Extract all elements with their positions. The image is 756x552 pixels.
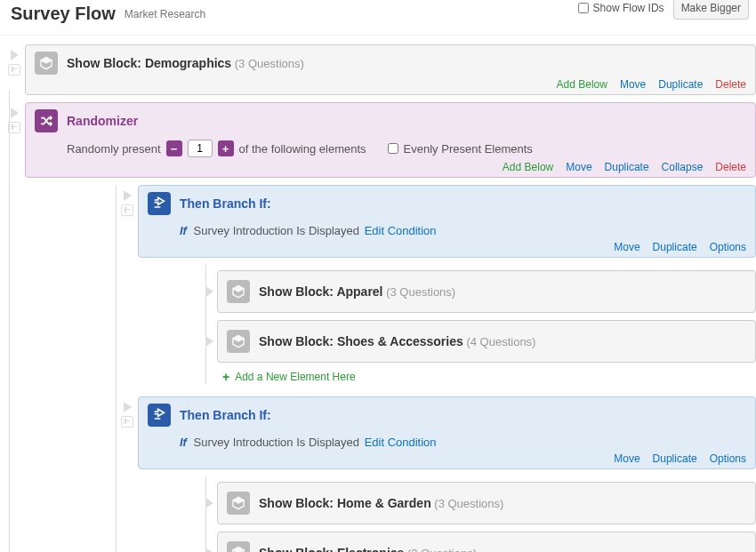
show-flow-ids-label: Show Flow IDs: [593, 2, 664, 14]
add-element-label: Add a New Element Here: [235, 371, 355, 383]
block-card[interactable]: Show Block: Shoes & Accessories (4 Quest…: [217, 320, 756, 363]
move-link[interactable]: Move: [566, 161, 591, 173]
duplicate-link[interactable]: Duplicate: [605, 161, 649, 173]
block-icon: [227, 330, 250, 353]
block-icon: [227, 541, 250, 552]
card-title-wrap: Show Block: Demographics (3 Questions): [67, 56, 304, 70]
branch-icon: [148, 192, 171, 215]
node-handle[interactable]: ⊩: [4, 102, 25, 133]
show-flow-ids-toggle[interactable]: Show Flow IDs: [578, 2, 664, 14]
card-title: Show Block: Apparel: [259, 284, 383, 299]
branch-card[interactable]: Then Branch If: If Survey Introduction I…: [138, 185, 756, 258]
flow-canvas: ⊩ Show Block: Demographics (3 Questions)…: [0, 36, 756, 552]
flow-node-randomizer: ⊩ Randomizer Randomly present − + of the…: [4, 102, 756, 178]
flow-node-branch-1: ⊩ Then Branch If: If Survey Introduction…: [117, 185, 756, 258]
card-footer: Add Below Move Duplicate Delete: [35, 78, 746, 91]
lock-icon: ⊩: [8, 122, 20, 133]
card-title-wrap: Show Block: Electronics (3 Questions): [259, 546, 477, 552]
block-card[interactable]: Show Block: Demographics (3 Questions) A…: [25, 44, 756, 95]
if-label: If: [180, 224, 187, 237]
node-handle[interactable]: ⊩: [117, 185, 138, 216]
flow-node-shoes: Show Block: Shoes & Accessories (4 Quest…: [206, 320, 756, 363]
card-title-wrap: Show Block: Home & Garden (3 Questions): [259, 496, 503, 510]
branch-card[interactable]: Then Branch If: If Survey Introduction I…: [138, 396, 756, 469]
card-head: Show Block: Demographics (3 Questions): [35, 52, 746, 75]
condition-text: Survey Introduction Is Displayed: [194, 224, 359, 237]
card-title: Randomizer: [67, 114, 138, 128]
card-title: Show Block: Electronics: [259, 546, 404, 552]
collapse-link[interactable]: Collapse: [662, 161, 704, 173]
card-meta: (3 Questions): [407, 547, 477, 552]
randomizer-suffix: of the following elements: [239, 142, 366, 156]
increment-button[interactable]: +: [218, 140, 234, 156]
add-element-link[interactable]: + Add a New Element Here: [222, 370, 756, 384]
card-title-wrap: Show Block: Shoes & Accessories (4 Quest…: [259, 334, 535, 348]
shuffle-icon: [35, 109, 58, 132]
duplicate-link[interactable]: Duplicate: [653, 241, 697, 253]
flow-node-electronics: Show Block: Electronics (3 Questions): [206, 532, 756, 552]
randomizer-card[interactable]: Randomizer Randomly present − + of the f…: [25, 102, 756, 178]
randomizer-children: ⊩ Then Branch If: If Survey Introduction…: [116, 185, 756, 552]
page-subtitle: Market Research: [125, 8, 205, 20]
options-link[interactable]: Options: [710, 241, 746, 253]
block-icon: [227, 492, 250, 515]
flow-node-apparel: Show Block: Apparel (3 Questions): [206, 270, 756, 313]
condition-text: Survey Introduction Is Displayed: [194, 436, 359, 449]
decrement-button[interactable]: −: [166, 140, 182, 156]
node-handle[interactable]: ⊩: [4, 44, 25, 76]
drop-arrow-icon: [11, 50, 19, 60]
make-bigger-button[interactable]: Make Bigger: [673, 0, 749, 20]
drop-arrow-icon: [124, 190, 132, 201]
card-title: Then Branch If:: [180, 408, 271, 422]
card-title: Show Block: Shoes & Accessories: [259, 334, 463, 348]
card-footer: Move Duplicate Options: [148, 452, 746, 465]
drop-arrow-icon: [11, 108, 19, 118]
add-below-link[interactable]: Add Below: [503, 161, 553, 173]
move-link[interactable]: Move: [614, 452, 639, 465]
if-label: If: [180, 436, 187, 449]
branch-1-children: Show Block: Apparel (3 Questions) Show B…: [205, 265, 756, 384]
drop-arrow-icon: [205, 548, 213, 552]
move-link[interactable]: Move: [614, 241, 639, 253]
move-link[interactable]: Move: [620, 78, 646, 91]
node-handle[interactable]: ⊩: [117, 396, 138, 428]
flow-node-branch-2: ⊩ Then Branch If: If Survey Introduction…: [117, 396, 756, 469]
flow-node-home-garden: Show Block: Home & Garden (3 Questions): [206, 482, 756, 524]
drop-arrow-icon: [205, 336, 213, 347]
branch-2-children: Show Block: Home & Garden (3 Questions) …: [205, 476, 756, 552]
plus-icon: +: [222, 370, 229, 384]
lock-icon: ⊩: [8, 64, 20, 76]
card-head: Then Branch If:: [148, 404, 746, 427]
flow-node-demographics: ⊩ Show Block: Demographics (3 Questions)…: [4, 44, 756, 95]
duplicate-link[interactable]: Duplicate: [658, 78, 703, 91]
branch-icon: [148, 404, 171, 427]
block-card[interactable]: Show Block: Home & Garden (3 Questions): [217, 482, 756, 524]
card-title: Then Branch If:: [180, 196, 271, 211]
card-title: Show Block: Home & Garden: [259, 496, 431, 510]
randomizer-count-input[interactable]: [188, 140, 213, 157]
block-icon: [35, 52, 58, 75]
drop-arrow-icon: [124, 402, 132, 412]
lock-icon: ⊩: [121, 416, 133, 428]
delete-link[interactable]: Delete: [715, 78, 746, 91]
show-flow-ids-checkbox[interactable]: [578, 3, 589, 13]
options-link[interactable]: Options: [710, 452, 746, 465]
block-card-selected[interactable]: Show Block: Electronics (3 Questions): [217, 532, 756, 552]
block-icon: [227, 280, 250, 303]
edit-condition-link[interactable]: Edit Condition: [365, 436, 437, 449]
card-title-wrap: Show Block: Apparel (3 Questions): [259, 284, 455, 299]
drop-arrow-icon: [205, 286, 213, 297]
header-right: Show Flow IDs Make Bigger: [578, 0, 749, 20]
duplicate-link[interactable]: Duplicate: [653, 452, 697, 465]
evenly-present-checkbox[interactable]: [388, 143, 398, 154]
card-footer: Add Below Move Duplicate Collapse Delete: [35, 161, 746, 173]
block-card[interactable]: Show Block: Apparel (3 Questions): [217, 270, 756, 313]
lock-icon: ⊩: [121, 204, 133, 216]
branch-body: If Survey Introduction Is Displayed Edit…: [180, 224, 746, 237]
edit-condition-link[interactable]: Edit Condition: [365, 224, 437, 237]
card-head: Randomizer: [35, 109, 746, 132]
card-meta: (3 Questions): [386, 285, 455, 299]
add-below-link[interactable]: Add Below: [557, 78, 607, 91]
delete-link[interactable]: Delete: [715, 161, 746, 173]
drop-arrow-icon: [205, 498, 213, 508]
